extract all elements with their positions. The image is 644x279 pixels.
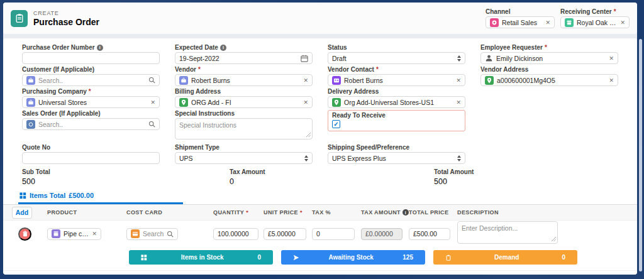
special-instructions-textarea[interactable]	[175, 118, 313, 140]
clear-icon[interactable]: ✕	[92, 231, 97, 237]
clear-icon[interactable]: ✕	[303, 99, 308, 106]
billing-address-pill[interactable]: ORG Add - FI ✕	[175, 96, 313, 108]
tax-amount-total: Tax Amount 0	[230, 168, 434, 186]
shipping-speed-label: Shipping Speed/Preference	[328, 144, 465, 151]
location-pin-icon	[332, 98, 341, 107]
status-label: Status	[328, 44, 465, 51]
items-in-stock-label: Items in Stock	[147, 254, 257, 261]
quote-no-label: Quote No	[22, 144, 160, 151]
clipboard-icon	[14, 13, 25, 23]
tab-items-total-label: Items Total	[30, 192, 65, 199]
sales-order-search-input[interactable]	[38, 121, 145, 128]
channel-lookup-pill[interactable]: Retail Sales ✕	[486, 16, 555, 28]
col-cost-card: COST CARD	[126, 209, 213, 216]
shipping-speed-select[interactable]: UPS Express Plus	[328, 152, 465, 164]
ready-to-receive-checkbox[interactable]: ✓	[332, 120, 340, 128]
demand-value: 0	[562, 254, 565, 261]
account-icon	[26, 76, 35, 85]
ready-to-receive-box: Ready To Receive ✓	[328, 110, 465, 131]
unit-price-input[interactable]	[268, 230, 302, 238]
expected-date-field: Expected Datei	[175, 44, 313, 64]
clear-icon[interactable]: ✕	[609, 55, 614, 62]
clear-icon[interactable]: ✕	[303, 77, 308, 84]
delivery-address-field: Delivery Address Org Add-Universal Store…	[328, 88, 465, 108]
search-icon[interactable]	[148, 77, 155, 84]
awaiting-stock-bar[interactable]: Awaiting Stock 125	[281, 250, 425, 265]
clear-icon[interactable]: ✕	[620, 19, 625, 26]
search-icon[interactable]	[167, 231, 174, 238]
form-footer: Cancel Save	[3, 270, 637, 275]
vendor-pill[interactable]: Robert Burns ✕	[175, 74, 313, 86]
add-item-button[interactable]: Add	[12, 207, 32, 219]
col-product: PRODUCT	[47, 209, 126, 216]
total-amount-value: 500	[434, 177, 618, 186]
vendor-contact-label: Vendor Contact*	[328, 66, 465, 73]
items-table-header: Add PRODUCT COST CARD QUANTITY* UNIT PRI…	[3, 205, 637, 221]
clear-icon[interactable]: ✕	[456, 99, 461, 106]
delete-item-button[interactable]	[18, 227, 31, 241]
tax-pct-input[interactable]	[316, 230, 350, 238]
vendor-field: Vendor* Robert Burns ✕	[175, 66, 313, 86]
clear-icon[interactable]: ✕	[456, 77, 461, 84]
product-icon	[52, 229, 60, 238]
total-amount-label: Total Amount	[434, 168, 618, 175]
employee-requester-pill[interactable]: Emily Dickinson ✕	[480, 52, 618, 64]
col-quantity: QUANTITY*	[213, 209, 264, 216]
vendor-contact-pill[interactable]: Robert Burns ✕	[328, 74, 465, 86]
stepper-arrows-icon[interactable]	[457, 55, 461, 62]
info-icon[interactable]: i	[97, 45, 103, 51]
ready-to-receive-field: Ready To Receive ✓	[328, 110, 465, 142]
info-icon[interactable]: i	[220, 45, 226, 51]
grid-icon	[141, 254, 147, 261]
location-pin-icon	[485, 76, 494, 85]
po-number-input[interactable]	[26, 55, 155, 62]
total-price-input[interactable]	[413, 230, 446, 238]
items-in-stock-bar[interactable]: Items in Stock 0	[129, 250, 273, 265]
quote-no-input[interactable]	[26, 155, 155, 162]
product-pill[interactable]: Pipe clips ✕	[47, 228, 101, 240]
shipping-speed-value: UPS Express Plus	[332, 155, 386, 162]
employee-requester-field: Employee Requester* Emily Dickinson ✕	[480, 44, 618, 64]
channel-icon	[490, 18, 499, 27]
stepper-arrows-icon[interactable]	[304, 155, 308, 161]
calendar-icon[interactable]	[301, 55, 308, 62]
vendor-address-pill[interactable]: a000600001Mg4O5 ✕	[480, 74, 618, 86]
sales-order-field: Sales Order (If Applicable)	[22, 110, 160, 142]
receiving-center-lookup-pill[interactable]: Royal Oak DC ✕	[560, 16, 630, 28]
purchasing-company-label: Purchasing Company*	[22, 88, 160, 95]
shipment-type-select[interactable]: UPS	[175, 152, 313, 164]
status-value: Draft	[332, 55, 347, 62]
demand-bar[interactable]: Demand 0	[433, 250, 577, 265]
expected-date-input[interactable]	[179, 55, 297, 62]
employee-requester-value: Emily Dickinson	[496, 55, 543, 62]
clear-icon[interactable]: ✕	[150, 99, 155, 106]
vendor-label: Vendor*	[175, 66, 313, 73]
info-icon[interactable]: i	[402, 209, 409, 216]
status-select[interactable]: Draft	[328, 52, 465, 64]
customer-search-input[interactable]	[38, 77, 145, 84]
delivery-address-pill[interactable]: Org Add-Universal Stores-US1 ✕	[328, 96, 465, 108]
quantity-input[interactable]	[218, 230, 254, 238]
employee-requester-label: Employee Requester*	[480, 44, 618, 51]
stepper-arrows-icon[interactable]	[457, 155, 461, 161]
page-title-block: CREATE Purchase Order	[33, 10, 99, 27]
po-number-field: Purchase Order Numberi	[22, 44, 160, 64]
col-unit-price: UNIT PRICE*	[264, 209, 312, 216]
vertical-scrollbar[interactable]	[639, 39, 642, 271]
col-tax-pct: TAX %	[312, 209, 361, 216]
status-field: Status Draft	[328, 44, 465, 64]
clear-icon[interactable]: ✕	[609, 77, 614, 84]
purchase-order-form-card: Purchase Order Numberi Expected Datei St…	[3, 38, 637, 275]
clear-icon[interactable]: ✕	[545, 19, 550, 26]
purchasing-company-pill[interactable]: Universal Stores ✕	[22, 96, 160, 108]
tab-items-total[interactable]: Items Total £500.00	[18, 189, 183, 204]
vendor-contact-field: Vendor Contact* Robert Burns ✕	[328, 66, 465, 86]
search-icon[interactable]	[148, 121, 155, 128]
sub-total: Sub Total 500	[22, 168, 230, 186]
description-textarea[interactable]	[457, 221, 558, 244]
page-header: CREATE Purchase Order Channel Retail Sal…	[3, 3, 637, 34]
totals-summary: Sub Total 500 Tax Amount 0 Total Amount …	[3, 166, 637, 186]
cost-card-search-input[interactable]	[143, 230, 164, 238]
purchasing-company-value: Universal Stores	[38, 99, 87, 106]
shipping-speed-field: Shipping Speed/Preference UPS Express Pl…	[328, 144, 465, 164]
